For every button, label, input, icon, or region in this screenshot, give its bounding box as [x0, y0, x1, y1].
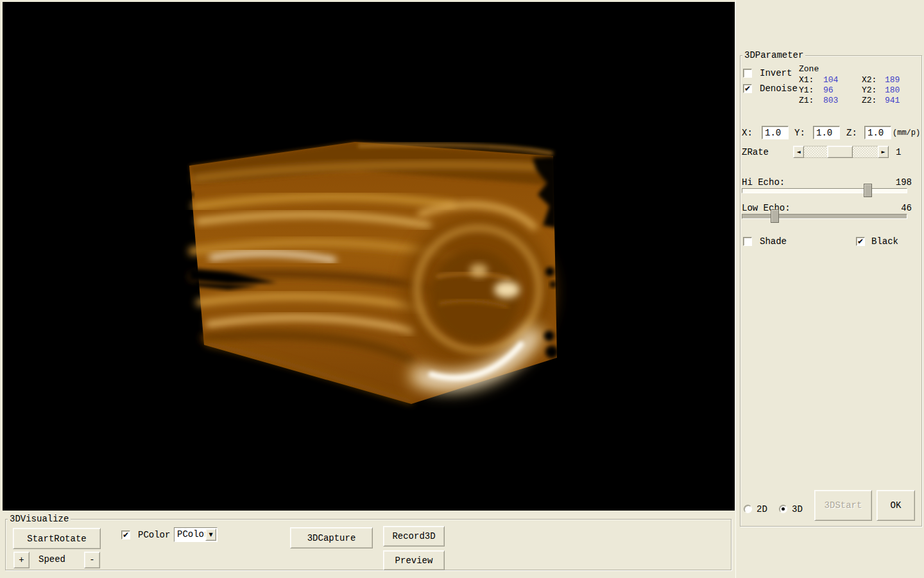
visualize-group-title: 3DVisualize: [8, 514, 71, 524]
arrow-right-icon: ►: [881, 149, 885, 155]
zone-title: Zone: [799, 64, 819, 74]
scale-x-input[interactable]: [762, 126, 789, 139]
pcolor-checkbox-label: PColor: [138, 530, 170, 540]
zone-z2-label: Z2:: [862, 96, 877, 106]
hi-echo-label: Hi Echo:: [742, 177, 785, 188]
mode-2d-label: 2D: [757, 504, 767, 514]
zone-x1-label: X1:: [799, 75, 814, 85]
visualize-panel: 3DVisualize StartRotate + Speed - PColor…: [0, 511, 735, 578]
low-echo-slider-thumb[interactable]: [771, 209, 779, 223]
zone-x2-label: X2:: [862, 75, 877, 85]
zone-y1-label: Y1:: [799, 85, 814, 96]
zone-z1-label: Z1:: [799, 96, 814, 106]
hi-echo-value: 198: [884, 177, 912, 188]
zrate-scrollbar[interactable]: ◄ ►: [793, 146, 889, 158]
zone-y2-value: 180: [885, 85, 900, 96]
mode-3d-label: 3D: [792, 504, 803, 514]
pcolor-dropdown-button[interactable]: ▼: [205, 529, 216, 541]
pcolor-dropdown-value: PColor: [177, 529, 209, 539]
preview-button[interactable]: Preview: [383, 550, 445, 570]
application-window: { "colors": { "panel_bg": "#ece9d8", "vi…: [0, 0, 924, 578]
scale-y-input[interactable]: [813, 126, 840, 139]
zone-y2-label: Y2:: [862, 85, 877, 96]
scale-z-label: Z:: [846, 128, 857, 138]
zone-x2-value: 189: [885, 75, 900, 85]
render-viewport[interactable]: [3, 2, 735, 511]
mode-2d-radio[interactable]: [744, 505, 752, 513]
zone-z2-value: 941: [885, 96, 900, 106]
low-echo-value: 46: [884, 203, 912, 213]
shade-checkbox[interactable]: [743, 237, 752, 246]
denoise-label: Denoise: [760, 83, 798, 94]
speed-plus-button[interactable]: +: [13, 552, 30, 568]
pcolor-dropdown[interactable]: PColor ▼: [174, 527, 218, 542]
scale-x-label: X:: [742, 128, 753, 138]
speed-minus-button[interactable]: -: [84, 552, 100, 568]
scale-unit-label: (mm/p): [893, 128, 920, 138]
speed-label: Speed: [38, 554, 65, 565]
zrate-scroll-right-button[interactable]: ►: [878, 146, 889, 158]
black-checkbox[interactable]: [856, 237, 865, 246]
zrate-value: 1: [896, 147, 901, 157]
capture-3d-button[interactable]: 3DCapture: [290, 527, 373, 548]
black-label: Black: [871, 236, 898, 247]
zrate-label: ZRate: [742, 147, 769, 157]
scale-z-input[interactable]: [864, 126, 891, 139]
parameter-panel: 3DParameter Invert Denoise Zone X1: 104 …: [735, 0, 924, 578]
low-echo-slider[interactable]: [742, 214, 907, 219]
hi-echo-slider-thumb[interactable]: [864, 184, 872, 197]
mode-3d-radio[interactable]: [779, 505, 787, 513]
parameter-group-title: 3DParameter: [742, 50, 805, 60]
volume-render-graphic: [3, 2, 735, 511]
ok-button[interactable]: OK: [877, 490, 915, 521]
low-echo-label: Low Echo:: [742, 203, 791, 213]
start-rotate-button[interactable]: StartRotate: [13, 528, 101, 549]
invert-checkbox[interactable]: [743, 69, 752, 78]
pcolor-checkbox[interactable]: [121, 530, 130, 539]
hi-echo-slider[interactable]: [742, 188, 907, 193]
zrate-scroll-left-button[interactable]: ◄: [793, 146, 804, 158]
denoise-checkbox[interactable]: [743, 84, 752, 93]
start-3d-button[interactable]: 3DStart: [814, 490, 872, 521]
shade-label: Shade: [760, 236, 787, 247]
arrow-left-icon: ◄: [796, 149, 800, 155]
record-3d-button[interactable]: Record3D: [383, 526, 445, 547]
zrate-scroll-thumb[interactable]: [827, 146, 853, 158]
chevron-down-icon: ▼: [209, 532, 212, 538]
zone-z1-value: 803: [823, 96, 838, 106]
invert-label: Invert: [760, 68, 792, 78]
zone-y1-value: 96: [823, 85, 834, 96]
scale-y-label: Y:: [794, 128, 805, 138]
zone-x1-value: 104: [823, 75, 838, 85]
